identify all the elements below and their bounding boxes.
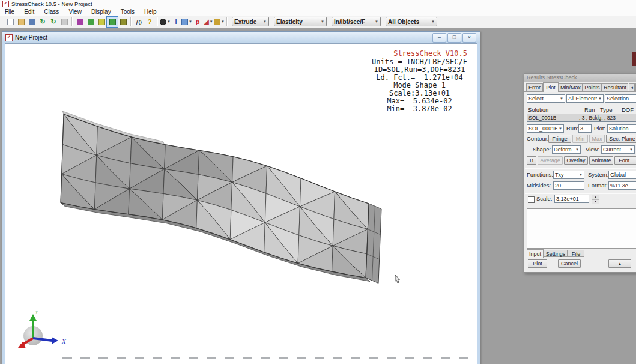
midsides-input[interactable]: 20 [553,181,584,190]
mode-select[interactable]: Selection ▼ [605,94,636,103]
minimize-button[interactable]: – [432,33,446,43]
system-select[interactable]: Global ▼ [608,171,636,179]
scale-input[interactable]: 3.13e+01 [554,195,589,203]
open-file-icon[interactable] [16,17,26,27]
close-button[interactable]: × [462,33,476,43]
font-button[interactable]: Font... [614,156,636,165]
object-filter-select[interactable]: All Objects▼ [386,17,437,26]
load-cube-icon-glyph [98,19,105,25]
tab-points[interactable]: Points [583,83,602,91]
shape-select[interactable]: Deform ▼ [552,145,581,154]
update-all-icon[interactable]: ↻ [48,17,59,27]
functions-select[interactable]: Txy ▼ [553,171,584,179]
menu-class[interactable]: Class [39,8,64,16]
menu-help[interactable]: Help [139,8,162,16]
tab-error[interactable]: Error [526,83,543,91]
function-tool-icon[interactable]: ƒ() [133,17,144,27]
analysis-type-select[interactable]: Elasticity▼ [274,17,327,26]
save-icon-glyph [29,19,35,25]
tab-plot[interactable]: Plot [543,82,559,92]
load-cube-icon[interactable] [96,17,107,27]
plot-button[interactable]: Plot [528,259,547,268]
box-primitive-icon[interactable]: ▼ [181,17,192,27]
model-viewport[interactable]: StressCheck V10.5 Units = INCH/LBF/SEC/F… [5,43,477,364]
min-button[interactable]: Min [572,135,588,143]
chevron-down-icon: ▼ [629,148,633,151]
collapse-button[interactable]: ▲ [608,259,631,268]
menu-file[interactable]: File [0,8,19,16]
results-dialog-titlebar[interactable]: Results StressCheck [524,74,636,82]
solid-primitive-icon[interactable]: ▼ [160,17,171,27]
sec-plane-button[interactable]: Sec. Plane [606,135,636,143]
results-list-area[interactable] [527,208,636,249]
assembly-tool-icon[interactable]: ▼ [214,17,225,27]
solve-cube-icon[interactable] [107,17,118,27]
background-window-fragment [632,52,636,66]
format-input[interactable]: %11.3e [608,181,636,190]
new-file-icon[interactable] [5,17,16,27]
solid-primitive-icon-glyph [160,19,166,25]
scope-select[interactable]: All Elements ▼ [566,94,604,103]
animate-button[interactable]: Animate [589,156,613,165]
mesh-cube-icon[interactable] [85,17,96,27]
menu-edit[interactable]: Edit [19,8,39,16]
model-cube-icon-glyph [77,19,83,25]
update-model-icon[interactable]: ↻ [37,17,48,27]
view-select[interactable]: Current ▼ [601,145,635,154]
shape-label: Shape: [533,145,551,154]
max-button[interactable]: Max [589,135,605,143]
save-icon[interactable] [26,17,37,27]
spinner-up-icon[interactable]: ▲ [592,195,599,200]
results-cube-icon[interactable] [118,17,129,27]
scale-label: Scale: [536,195,552,203]
average-button[interactable]: Average [538,156,563,165]
restore-button[interactable]: □ [447,33,461,43]
menu-tools[interactable]: Tools [116,8,139,16]
beam-section-icon-glyph: I [175,18,177,26]
overlay-button[interactable]: Overlay [564,156,588,165]
solution-header: Solution [528,106,548,114]
mesh-cube-icon-glyph [88,19,94,25]
units-select[interactable]: in/lbf/sec/F▼ [332,17,381,26]
cancel-button[interactable]: Cancel [558,259,581,268]
chevron-down-icon: ▼ [560,97,563,100]
bottom-tab-settings[interactable]: Settings [544,250,568,257]
solution-summary-row[interactable]: SOL_0001B , 3 , Bcklg. , 823 ▼ [527,114,636,122]
help-icon[interactable]: ? [144,17,155,27]
extrude-select[interactable]: Extrude▼ [232,17,269,26]
fringe-button[interactable]: Fringe [548,135,571,143]
model-cube-icon[interactable] [74,17,85,27]
chevron-down-icon: ▼ [321,20,324,23]
scale-spinner[interactable]: ▲ ▼ [592,195,599,204]
menu-display[interactable]: Display [86,8,116,16]
y-axis-label: y [35,308,38,314]
bottom-tab-file[interactable]: File [568,250,584,257]
method-select[interactable]: Select ▼ [527,94,565,103]
units-select-value: in/lbf/sec/F [334,19,365,25]
spinner-down-icon[interactable]: ▼ [592,200,599,204]
scale-checkbox[interactable] [528,196,535,203]
points-tool-icon[interactable]: p [192,17,203,27]
chevron-down-icon: ▼ [559,127,562,130]
tab-resultant[interactable]: Resultant [602,83,628,91]
beam-section-icon[interactable]: I [171,17,181,27]
b-button[interactable]: B [527,156,536,165]
tab-minmax[interactable]: Min/Max [559,83,583,91]
bottom-tab-input[interactable]: Input [527,249,544,258]
run-input[interactable]: 3 [578,124,592,133]
format-label: Format: [588,181,608,190]
menubar: FileEditClassViewDisplayToolsHelp [0,8,636,16]
snapshot-icon-glyph [61,19,68,25]
plot-type-select[interactable]: Solution ▼ [607,124,636,133]
open-file-icon-glyph [18,19,25,25]
toolbar-separator [226,17,228,26]
chevron-down-icon: ▼ [598,97,602,100]
menu-view[interactable]: View [64,8,86,16]
doc-titlebar[interactable]: ✓ New Project – □ × [2,32,480,43]
tab-scroll-left-icon[interactable]: ◄ [629,83,635,91]
solution-name-select[interactable]: SOL_0001B ▼ [527,124,564,133]
screen: { "app": { "title": "StressCheck 10.5 - … [0,0,636,364]
chevron-down-icon: ▼ [431,20,435,23]
plane-tool-icon[interactable]: ◢▼ [203,17,214,27]
snapshot-icon[interactable] [59,17,70,27]
